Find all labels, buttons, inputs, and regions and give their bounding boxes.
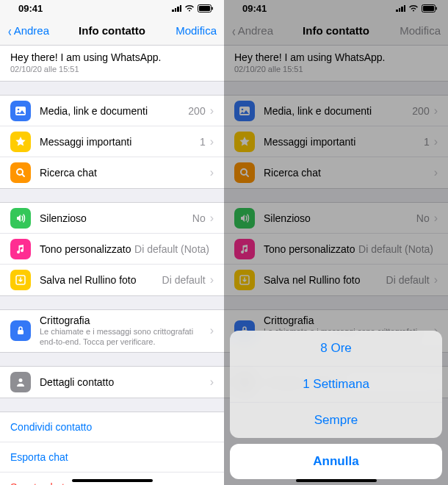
status-message: Hey there! I am using WhatsApp. — [234, 51, 438, 63]
row-mute[interactable]: Silenzioso No › — [0, 203, 224, 234]
photo-icon — [234, 101, 255, 121]
back-button[interactable]: ‹ Andrea — [7, 24, 49, 38]
action-sheet: 8 Ore 1 Settimana Sempre Annulla — [230, 331, 442, 479]
row-sublabel: Le chiamate e i messaggi sono crittograf… — [40, 327, 210, 348]
contact-status[interactable]: Hey there! I am using WhatsApp. 02/10/20… — [0, 46, 224, 82]
edit-button[interactable]: Modifica — [176, 24, 217, 37]
search-icon — [10, 162, 31, 183]
row-label: Messaggi importanti — [40, 136, 200, 148]
row-label: Media, link e documenti — [40, 105, 188, 117]
sheet-option-8-ore[interactable]: 8 Ore — [230, 331, 442, 367]
status-timestamp: 02/10/20 alle 15:51 — [234, 65, 438, 73]
wifi-icon — [408, 4, 419, 12]
status-indicators — [172, 4, 214, 12]
status-indicators — [396, 4, 438, 12]
chevron-right-icon: › — [434, 104, 438, 118]
back-label: Andrea — [14, 24, 49, 37]
contact-icon — [10, 372, 31, 392]
status-timestamp: 02/10/20 alle 15:51 — [10, 65, 214, 73]
signal-icon — [396, 4, 405, 12]
svg-rect-7 — [18, 330, 24, 334]
row-save: Salva nel Rullino foto Di default › — [224, 265, 448, 295]
search-icon — [234, 162, 255, 183]
row-value: 200 — [188, 105, 205, 117]
battery-icon — [198, 4, 214, 12]
row-value: 200 — [412, 105, 429, 117]
group-notifications: Silenzioso No › Tono personalizzato Di d… — [0, 202, 224, 296]
row-encryption[interactable]: Crittografia Le chiamate e i messaggi so… — [0, 310, 224, 352]
row-value: No — [192, 212, 206, 224]
row-label: Salva nel Rullino foto — [264, 274, 386, 286]
status-time: 09:41 — [18, 3, 43, 14]
chevron-right-icon: › — [210, 166, 214, 179]
chevron-right-icon: › — [210, 212, 214, 225]
star-icon — [10, 132, 31, 152]
row-value: 1 — [424, 136, 430, 148]
svg-rect-1 — [199, 6, 210, 11]
chevron-right-icon: › — [210, 376, 214, 389]
back-button: ‹ Andrea — [231, 24, 273, 38]
share-contact-button[interactable]: Condividi contatto — [0, 412, 224, 442]
chevron-left-icon: ‹ — [8, 24, 12, 38]
row-label: Media, link e documenti — [264, 105, 412, 117]
speaker-icon — [234, 208, 255, 229]
page-title: Info contatto — [303, 24, 369, 37]
row-label: Tono personalizzato — [40, 243, 134, 255]
row-label: Silenzioso — [40, 212, 192, 224]
svg-rect-10 — [423, 6, 434, 11]
row-starred: Messaggi importanti 1 › — [224, 126, 448, 157]
svg-rect-2 — [212, 7, 214, 10]
row-value: Di default — [162, 274, 206, 286]
row-label: Salva nel Rullino foto — [40, 274, 162, 286]
group-details: Dettagli contatto › — [0, 366, 224, 398]
svg-rect-11 — [436, 7, 438, 10]
nav-bar: ‹ Andrea Info contatto Modifica — [224, 16, 448, 46]
row-tone: Tono personalizzato Di default (Nota) — [224, 234, 448, 265]
home-indicator[interactable] — [72, 479, 153, 482]
sheet-option-1-settimana[interactable]: 1 Settimana — [230, 367, 442, 403]
music-icon — [234, 239, 255, 259]
row-search[interactable]: Ricerca chat › — [0, 157, 224, 188]
row-tone[interactable]: Tono personalizzato Di default (Nota) — [0, 234, 224, 265]
star-icon — [234, 132, 255, 152]
chevron-left-icon: ‹ — [232, 24, 236, 38]
row-mute: Silenzioso No › — [224, 203, 448, 234]
group-encryption: Crittografia Le chiamate e i messaggi so… — [0, 309, 224, 353]
sheet-options: 8 Ore 1 Settimana Sempre — [230, 331, 442, 438]
group-media: Media, link e documenti 200 › Messaggi i… — [0, 95, 224, 189]
edit-button: Modifica — [400, 24, 441, 37]
nav-bar: ‹ Andrea Info contatto Modifica — [0, 16, 224, 46]
photo-icon — [10, 101, 31, 121]
sheet-cancel-button[interactable]: Annulla — [230, 444, 442, 479]
home-indicator[interactable] — [296, 479, 377, 482]
row-label: Crittografia — [40, 315, 210, 326]
svg-rect-12 — [239, 107, 250, 115]
export-chat-button[interactable]: Esporta chat — [0, 442, 224, 473]
row-value: 1 — [200, 136, 206, 148]
row-save[interactable]: Salva nel Rullino foto Di default › — [0, 265, 224, 295]
wifi-icon — [184, 4, 195, 12]
row-media: Media, link e documenti 200 › — [224, 96, 448, 126]
svg-point-8 — [19, 378, 23, 382]
chevron-right-icon: › — [434, 212, 438, 225]
group-notifications: Silenzioso No › Tono personalizzato Di d… — [224, 202, 448, 296]
status-bar: 09:41 — [0, 0, 224, 16]
row-label: Tono personalizzato — [264, 243, 358, 255]
row-label: Dettagli contatto — [40, 376, 210, 388]
battery-icon — [422, 4, 438, 12]
sheet-option-sempre[interactable]: Sempre — [230, 403, 442, 438]
row-starred[interactable]: Messaggi importanti 1 › — [0, 126, 224, 157]
row-label: Ricerca chat — [264, 167, 434, 179]
status-bar: 09:41 — [224, 0, 448, 16]
back-label: Andrea — [238, 24, 273, 37]
chevron-right-icon: › — [434, 135, 438, 148]
page-title: Info contatto — [79, 24, 145, 37]
contact-status: Hey there! I am using WhatsApp. 02/10/20… — [224, 46, 448, 82]
row-value: Di default (Nota) — [358, 243, 433, 255]
row-details[interactable]: Dettagli contatto › — [0, 367, 224, 398]
svg-rect-3 — [15, 107, 26, 115]
lock-icon — [10, 320, 31, 341]
svg-point-4 — [18, 108, 20, 110]
chevron-right-icon: › — [210, 273, 214, 287]
row-media[interactable]: Media, link e documenti 200 › — [0, 96, 224, 126]
